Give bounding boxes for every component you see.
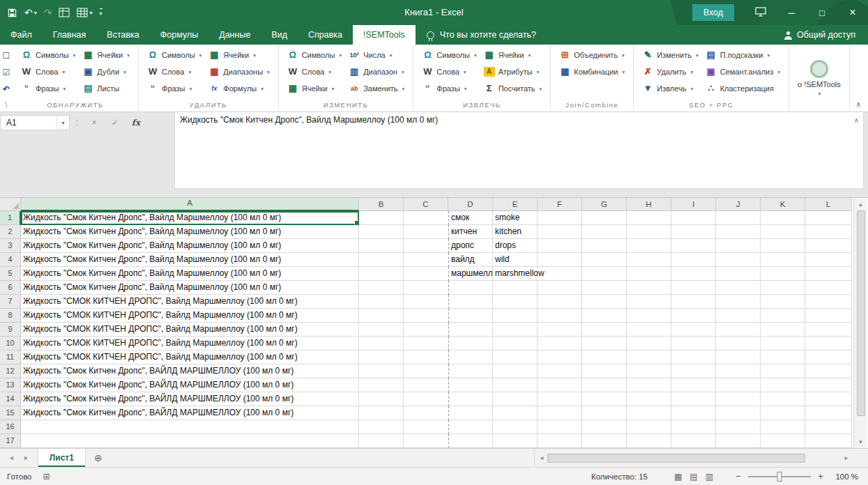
undo-button[interactable]: ↶▾ bbox=[24, 8, 37, 17]
cell-k1[interactable] bbox=[761, 211, 805, 225]
cell-i4[interactable] bbox=[671, 253, 716, 267]
cell-a11[interactable]: Жидкость "СМОК КИТЧЕН ДРОПС", Вайлд Марш… bbox=[21, 351, 359, 364]
cell-j4[interactable] bbox=[716, 253, 761, 267]
column-header-f[interactable]: F bbox=[538, 198, 582, 211]
column-header-i[interactable]: I bbox=[671, 198, 716, 211]
column-header-a[interactable]: A bbox=[21, 198, 359, 211]
cell-a17[interactable] bbox=[21, 434, 359, 448]
cell-c16[interactable] bbox=[404, 420, 448, 434]
cell-b16[interactable] bbox=[359, 420, 404, 434]
cell-f6[interactable] bbox=[538, 281, 582, 295]
column-header-e[interactable]: E bbox=[493, 198, 538, 211]
tab-home[interactable]: Главная bbox=[43, 25, 97, 45]
cell-e7[interactable] bbox=[493, 295, 538, 309]
tell-me-box[interactable]: Что вы хотите сделать? bbox=[427, 25, 536, 45]
cell-k14[interactable] bbox=[761, 392, 805, 406]
tab-data[interactable]: Данные bbox=[208, 25, 261, 45]
cell-h9[interactable] bbox=[627, 323, 671, 337]
sheet-tab-1[interactable]: Лист1 bbox=[38, 449, 86, 467]
cell-c8[interactable] bbox=[404, 309, 448, 323]
column-header-j[interactable]: J bbox=[716, 198, 761, 211]
row-header-14[interactable]: 14 bbox=[0, 392, 21, 406]
cell-l2[interactable] bbox=[805, 225, 852, 239]
tab-formulas[interactable]: Формулы bbox=[150, 25, 208, 45]
row-header-10[interactable]: 10 bbox=[0, 337, 21, 351]
cell-h15[interactable] bbox=[627, 406, 671, 420]
cell-d12[interactable] bbox=[448, 364, 493, 378]
cell-g14[interactable] bbox=[582, 392, 627, 406]
cell-a8[interactable]: Жидкость "СМОК КИТЧЕН ДРОПС", Вайлд Марш… bbox=[21, 309, 359, 323]
cell-h6[interactable] bbox=[627, 281, 671, 295]
cell-a2[interactable]: Жидкость "Смок Китчен Дропс", Вайлд Марш… bbox=[21, 225, 359, 239]
cell-h7[interactable] bbox=[627, 295, 671, 309]
macro-record-button[interactable]: ⊞ bbox=[43, 472, 50, 482]
checkbox-checked-button[interactable]: ☑ bbox=[0, 64, 13, 81]
cell-j11[interactable] bbox=[716, 351, 761, 364]
row-header-8[interactable]: 8 bbox=[0, 309, 21, 323]
cell-j8[interactable] bbox=[716, 309, 761, 323]
cell-f13[interactable] bbox=[538, 378, 582, 392]
seo-semantic-analysis-button[interactable]: ▣Семант.анализ▾ bbox=[702, 63, 784, 80]
cell-c13[interactable] bbox=[404, 378, 448, 392]
cell-b2[interactable] bbox=[359, 225, 404, 239]
tab-semtools[interactable]: !SEMTools bbox=[353, 25, 416, 45]
cell-j16[interactable] bbox=[716, 420, 761, 434]
customize-qat-button[interactable]: ▾ bbox=[100, 8, 102, 17]
column-header-c[interactable]: C bbox=[404, 198, 448, 211]
select-all-button[interactable] bbox=[0, 198, 21, 211]
cell-l16[interactable] bbox=[805, 420, 852, 434]
cell-e8[interactable] bbox=[493, 309, 538, 323]
cell-j7[interactable] bbox=[716, 295, 761, 309]
cell-a12[interactable]: Жидкость "Смок Китчен Дропс", ВАЙЛД МАРШ… bbox=[21, 364, 359, 378]
detect-words-button[interactable]: WСлова▾ bbox=[17, 63, 79, 80]
seo-delete-button[interactable]: ✗Удалить▾ bbox=[639, 63, 701, 80]
row-header-16[interactable]: 16 bbox=[0, 420, 21, 434]
insert-function-button[interactable]: fx bbox=[125, 115, 146, 130]
cell-c9[interactable] bbox=[404, 323, 448, 337]
row-header-13[interactable]: 13 bbox=[0, 378, 21, 392]
next-sheet-button[interactable]: ► bbox=[23, 454, 29, 461]
cell-f15[interactable] bbox=[538, 406, 582, 420]
cell-g17[interactable] bbox=[582, 434, 627, 448]
cell-g11[interactable] bbox=[582, 351, 627, 364]
cell-k17[interactable] bbox=[761, 434, 805, 448]
cell-d16[interactable] bbox=[448, 420, 493, 434]
cell-d11[interactable] bbox=[448, 351, 493, 364]
horizontal-scrollbar[interactable]: ◄ ► bbox=[534, 449, 853, 467]
horizontal-scrollbar-track[interactable] bbox=[547, 453, 841, 463]
cell-i17[interactable] bbox=[671, 434, 716, 448]
cell-c7[interactable] bbox=[404, 295, 448, 309]
cell-k9[interactable] bbox=[761, 323, 805, 337]
cell-e11[interactable] bbox=[493, 351, 538, 364]
cell-c2[interactable] bbox=[404, 225, 448, 239]
tab-file[interactable]: Файл bbox=[0, 25, 43, 45]
row-header-2[interactable]: 2 bbox=[0, 225, 21, 239]
cell-h3[interactable] bbox=[627, 239, 671, 253]
cell-a1[interactable]: Жидкость "Смок Китчен Дропс", Вайлд Марш… bbox=[21, 211, 359, 225]
cell-l5[interactable] bbox=[805, 267, 852, 281]
tab-help[interactable]: Справка bbox=[298, 25, 353, 45]
cell-e15[interactable] bbox=[493, 406, 538, 420]
cell-k13[interactable] bbox=[761, 378, 805, 392]
vertical-scrollbar-thumb[interactable] bbox=[857, 210, 865, 416]
cell-i14[interactable] bbox=[671, 392, 716, 406]
cell-e3[interactable]: drops bbox=[493, 239, 538, 253]
seo-suggestions-button[interactable]: ▤П.подсказки▾ bbox=[702, 47, 784, 63]
row-header-1[interactable]: 1 bbox=[0, 211, 21, 225]
cell-a4[interactable]: Жидкость "Смок Китчен Дропс", Вайлд Марш… bbox=[21, 253, 359, 267]
seo-edit-button[interactable]: ✎Изменить▾ bbox=[639, 47, 701, 63]
add-sheet-button[interactable]: ⊕ bbox=[86, 449, 111, 467]
change-symbols-button[interactable]: ΩСимволы▾ bbox=[284, 47, 345, 63]
cell-f4[interactable] bbox=[538, 253, 582, 267]
cell-l8[interactable] bbox=[805, 309, 852, 323]
cell-d10[interactable] bbox=[448, 337, 493, 351]
cell-c3[interactable] bbox=[404, 239, 448, 253]
qat-table-button-1[interactable] bbox=[59, 8, 70, 17]
row-header-11[interactable]: 11 bbox=[0, 351, 21, 364]
cell-d8[interactable] bbox=[448, 309, 493, 323]
cell-c11[interactable] bbox=[404, 351, 448, 364]
tab-insert[interactable]: Вставка bbox=[96, 25, 149, 45]
cancel-button[interactable]: × bbox=[84, 115, 105, 130]
cell-c1[interactable] bbox=[404, 211, 448, 225]
cell-b15[interactable] bbox=[359, 406, 404, 420]
